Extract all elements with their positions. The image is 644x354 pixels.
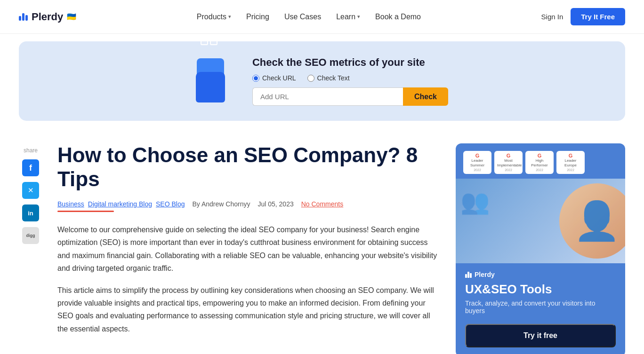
main-layout: share f ✕ in digg How to Choose an SEO C… [0, 128, 644, 354]
signin-button[interactable]: Sign In [541, 13, 564, 21]
ad-image-area: 👤 👥 [456, 179, 625, 263]
nav-actions: Sign In Try It Free [541, 8, 625, 25]
twitter-share-button[interactable]: ✕ [22, 182, 39, 199]
glass-left [201, 39, 208, 45]
bar1 [19, 16, 21, 21]
ad-cta-button[interactable]: Try it free [465, 324, 616, 347]
radio-text[interactable]: Check Text [307, 74, 350, 82]
ad-bottom: Plerdy UX&SEO Tools Track, analyze, and … [456, 263, 625, 354]
radio-url[interactable]: Check URL [252, 74, 296, 82]
ad-badges: G LeaderSummer 2022 G MostImplementable … [456, 143, 625, 179]
radio-url-input[interactable] [252, 75, 259, 82]
tag-digital[interactable]: Digital marketing Blog [88, 200, 152, 208]
nav-learn[interactable]: Learn ▾ [336, 13, 360, 21]
ad-brand: Plerdy [465, 271, 616, 278]
bar2 [22, 13, 24, 21]
digg-share-button[interactable]: digg [22, 227, 39, 244]
mascot [196, 60, 233, 102]
nav-links: Products ▾ Pricing Use Cases Learn ▾ Boo… [197, 13, 421, 21]
mascot-glasses [201, 39, 217, 45]
facebook-share-button[interactable]: f [22, 159, 39, 176]
ad-title: UX&SEO Tools [465, 282, 616, 297]
banner-input-row: Check [252, 87, 448, 106]
navbar: Plerdy 🇺🇦 Products ▾ Pricing Use Cases L… [0, 0, 644, 34]
article-para-1: Welcome to our comprehensive guide on se… [57, 223, 441, 275]
plerdy-icon [465, 272, 472, 278]
check-button[interactable]: Check [403, 87, 448, 106]
meta-date: Jul 05, 2023 [258, 200, 293, 208]
nav-book-demo[interactable]: Book a Demo [375, 13, 421, 21]
logo-text: Plerdy [32, 11, 63, 23]
share-sidebar: share f ✕ in digg [19, 143, 42, 354]
share-label: share [24, 147, 38, 154]
tag-business[interactable]: Business [57, 200, 84, 208]
chevron-down-icon: ▾ [357, 14, 360, 20]
try-free-button[interactable]: Try It Free [571, 8, 625, 25]
glass-right [210, 39, 217, 45]
mascot-body [196, 72, 225, 102]
article-content: How to Choose an SEO Company? 8 Tips Bus… [57, 143, 441, 354]
linkedin-share-button[interactable]: in [22, 205, 39, 221]
radio-text-input[interactable] [307, 75, 314, 82]
ad-person-image: 👤 [559, 183, 625, 259]
bar3 [25, 15, 28, 21]
banner-content: Check the SEO metrics of your site Check… [252, 56, 448, 106]
article-meta: Business Digital marketing Blog SEO Blog… [57, 200, 441, 208]
chevron-down-icon: ▾ [228, 14, 231, 20]
logo[interactable]: Plerdy 🇺🇦 [19, 11, 76, 23]
nav-use-cases[interactable]: Use Cases [284, 13, 321, 21]
logo-flag: 🇺🇦 [67, 12, 76, 21]
nav-pricing[interactable]: Pricing [246, 13, 269, 21]
article-para-2: This article aims to simplify the proces… [57, 284, 441, 335]
tag-seo[interactable]: SEO Blog [156, 200, 185, 208]
meta-underline [57, 211, 114, 212]
badge-leader-europe: G LeaderEurope 2022 [556, 151, 585, 174]
logo-icon [19, 13, 28, 21]
meta-comments[interactable]: No Comments [301, 200, 343, 208]
ad-sidebar: G LeaderSummer 2022 G MostImplementable … [456, 143, 625, 354]
ad-card: G LeaderSummer 2022 G MostImplementable … [456, 143, 625, 354]
ad-subtitle: Track, analyze, and convert your visitor… [465, 299, 616, 315]
article-title: How to Choose an SEO Company? 8 Tips [57, 143, 441, 191]
person-icon: 👤 [573, 202, 620, 240]
badge-most-impl: G MostImplementable 2022 [494, 151, 523, 174]
ad-bar3 [470, 273, 472, 278]
nav-products[interactable]: Products ▾ [197, 13, 231, 21]
badge-high-performer: G HighPerformer 2022 [525, 151, 554, 174]
badge-leader-summer: G LeaderSummer 2022 [463, 151, 491, 174]
meta-author: By Andrew Chornyy [192, 200, 250, 208]
ad-bar2 [467, 272, 469, 278]
meta-tags: Business Digital marketing Blog SEO Blog [57, 200, 185, 208]
seo-banner: Check the SEO metrics of your site Check… [19, 41, 625, 121]
banner-radios: Check URL Check Text [252, 74, 448, 82]
ad-brand-name: Plerdy [475, 271, 495, 278]
banner-title: Check the SEO metrics of your site [252, 56, 448, 69]
url-input[interactable] [252, 87, 403, 106]
ad-bar1 [465, 274, 467, 278]
